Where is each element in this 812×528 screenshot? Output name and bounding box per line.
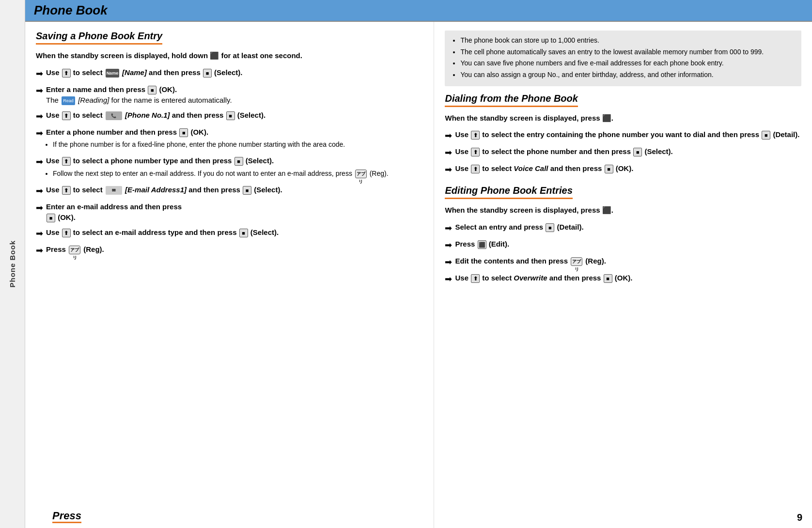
arrow-icon: ➡ [36, 227, 43, 240]
info-box: The phone book can store up to 1,000 ent… [445, 31, 801, 86]
step-5-bullet-1: Follow the next step to enter an e-mail … [53, 169, 389, 179]
step-7-text: Enter an e-mail address and then press ■… [46, 202, 182, 223]
section3-wrapper: Editing Phone Book Entries [445, 185, 801, 205]
section3-intro: When the standby screen is displayed, pr… [445, 205, 801, 216]
apri-btn: アプリ [69, 246, 80, 254]
arrow-icon: ➡ [36, 110, 43, 123]
detail-btn: ■ [762, 131, 770, 140]
page-number: 9 [797, 512, 802, 523]
step-4-text: Enter a phone number and then press ■ (O… [46, 127, 345, 152]
section1-intro: When the standby screen is displayed, ho… [36, 50, 423, 62]
step-1-text: Use ⬆ to select Name [Name] and then pre… [46, 67, 242, 78]
arrow-icon: ➡ [36, 155, 43, 169]
nav-icon: ⬆ [471, 131, 480, 140]
edit-step-1: ➡ Select an entry and press ■ (Detail). [445, 222, 801, 235]
step-9: ➡ Press アプリ (Reg). [36, 244, 423, 257]
select-btn: ■ [203, 69, 212, 78]
phone-icon: 📞 [106, 111, 122, 120]
edit-step-1-text: Select an entry and press ■ (Detail). [455, 222, 583, 233]
edit-step-2-text: Press ⬛ (Edit). [455, 239, 509, 250]
apri-btn: アプリ [355, 170, 367, 178]
nav-icon: ⬆ [62, 111, 71, 120]
arrow-icon: ➡ [445, 256, 452, 269]
select-btn: ■ [243, 186, 251, 195]
nav-icon: ⬆ [62, 229, 71, 237]
hold-key-icon: ⬛ [210, 51, 219, 60]
edit-step-4-text: Use ⬆ to select Overwrite and then press… [455, 273, 632, 284]
arrow-icon: ➡ [445, 163, 452, 176]
phonebook-btn2: ⬛ [602, 206, 611, 214]
bottom-press: Press [52, 510, 81, 522]
select-btn: ■ [633, 148, 642, 156]
arrow-icon: ➡ [36, 84, 43, 97]
page-header: Phone Book [25, 0, 812, 22]
section2-intro: When the standby screen is displayed, pr… [445, 113, 801, 124]
press-label: Press [52, 510, 81, 523]
nav-icon: ⬆ [471, 148, 480, 156]
step-5-text: Use ⬆ to select a phone number type and … [46, 155, 389, 181]
page-container: Phone Book Phone Book Saving a Phone Boo… [0, 0, 812, 528]
name-icon: Name [106, 69, 119, 78]
dial-step-3-text: Use ⬆ to select Voice Call and then pres… [455, 163, 633, 174]
arrow-icon: ➡ [445, 146, 452, 159]
step-2: ➡ Enter a name and then press ■ (OK). Th… [36, 84, 423, 106]
step-3: ➡ Use ⬆ to select 📞 [Phone No.1] and the… [36, 110, 423, 123]
arrow-icon: ➡ [36, 127, 43, 140]
main-content: Phone Book Saving a Phone Book Entry Whe… [25, 0, 812, 528]
ok-btn: ■ [604, 274, 612, 283]
step-7: ➡ Enter an e-mail address and then press… [36, 202, 423, 223]
nav-icon: ⬆ [62, 186, 71, 195]
ok-btn: ■ [179, 128, 188, 137]
sidebar-label: Phone Book [8, 240, 16, 288]
arrow-icon: ➡ [445, 222, 452, 235]
arrow-icon: ➡ [36, 244, 43, 257]
step-8-text: Use ⬆ to select an e-mail address type a… [46, 227, 279, 238]
edit-step-3-text: Edit the contents and then press アプリ (Re… [455, 256, 606, 267]
step-6: ➡ Use ⬆ to select ✉ [E-mail Address1] an… [36, 185, 423, 198]
step-5-bullets: Follow the next step to enter an e-mail … [53, 169, 389, 179]
nav-icon: ⬆ [471, 274, 480, 283]
left-column: Saving a Phone Book Entry When the stand… [25, 22, 434, 528]
dial-step-3: ➡ Use ⬆ to select Voice Call and then pr… [445, 163, 801, 176]
step-4-bullet-1: If the phone number is for a fixed-line … [53, 140, 345, 150]
select-btn: ■ [239, 229, 248, 237]
two-column-layout: Saving a Phone Book Entry When the stand… [25, 22, 812, 528]
step-8: ➡ Use ⬆ to select an e-mail address type… [36, 227, 423, 240]
arrow-icon: ➡ [36, 67, 43, 80]
step-9-text: Press アプリ (Reg). [46, 244, 104, 255]
info-bullet-3: You can save five phone numbers and five… [460, 58, 795, 69]
step-2-text: Enter a name and then press ■ (OK). The … [46, 84, 232, 106]
section2-heading: Dialing from the Phone Book [445, 93, 578, 107]
nav-icon: ⬆ [62, 69, 71, 78]
edit-btn: ⬛ [478, 240, 486, 249]
step-1: ➡ Use ⬆ to select Name [Name] and then p… [36, 67, 423, 80]
nav-icon: ⬆ [471, 165, 480, 173]
nav-icon: ⬆ [62, 157, 71, 166]
select-btn: ■ [226, 111, 235, 120]
arrow-icon: ➡ [36, 185, 43, 198]
sidebar: Phone Book [0, 0, 25, 528]
detail-btn: ■ [546, 223, 554, 232]
step-3-text: Use ⬆ to select 📞 [Phone No.1] and then … [46, 110, 265, 121]
info-box-list: The phone book can store up to 1,000 ent… [460, 35, 795, 80]
dial-step-1-text: Use ⬆ to select the entry containing the… [455, 129, 799, 140]
arrow-icon: ➡ [445, 129, 452, 142]
reading-icon: Read [62, 96, 75, 105]
arrow-icon: ➡ [445, 239, 452, 252]
info-bullet-4: You can also assign a group No., and ent… [460, 70, 795, 80]
right-column: The phone book can store up to 1,000 ent… [434, 22, 812, 528]
edit-step-4: ➡ Use ⬆ to select Overwrite and then pre… [445, 273, 801, 286]
info-bullet-1: The phone book can store up to 1,000 ent… [460, 35, 795, 46]
step-5: ➡ Use ⬆ to select a phone number type an… [36, 155, 423, 181]
dial-step-2: ➡ Use ⬆ to select the phone number and t… [445, 146, 801, 159]
email-icon: ✉ [106, 186, 122, 195]
step-4: ➡ Enter a phone number and then press ■ … [36, 127, 423, 152]
ok-btn: ■ [47, 214, 55, 222]
dial-step-1: ➡ Use ⬆ to select the entry containing t… [445, 129, 801, 142]
phonebook-btn: ⬛ [602, 114, 611, 122]
apri-btn: アプリ [571, 257, 582, 266]
edit-step-2: ➡ Press ⬛ (Edit). [445, 239, 801, 252]
info-bullet-2: The cell phone automatically saves an en… [460, 47, 795, 58]
arrow-icon: ➡ [36, 202, 43, 215]
dial-step-2-text: Use ⬆ to select the phone number and the… [455, 146, 672, 157]
